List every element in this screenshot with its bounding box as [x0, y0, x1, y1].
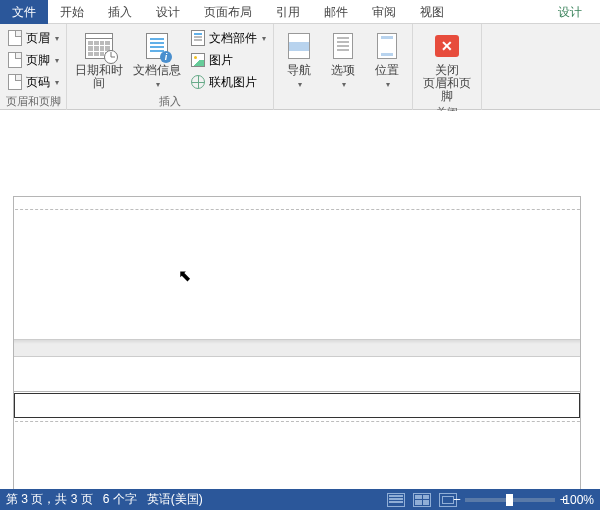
close-header-footer-button[interactable]: ✕ 关闭页眉和页脚	[417, 26, 477, 103]
header-button[interactable]: 页眉▾	[4, 28, 62, 48]
status-bar: 第 3 页，共 3 页 6 个字 英语(美国) 100%	[0, 489, 600, 510]
zoom-level[interactable]: 100%	[563, 493, 594, 507]
tab-home[interactable]: 开始	[48, 0, 96, 24]
header-label: 页眉	[26, 30, 50, 47]
page-icon	[8, 52, 22, 68]
picture-label: 图片	[209, 52, 233, 69]
position-label: 位置	[375, 63, 399, 77]
calendar-clock-icon	[85, 33, 113, 59]
nav-label: 导航	[287, 63, 311, 77]
tab-file[interactable]: 文件	[0, 0, 48, 24]
pagenum-label: 页码	[26, 74, 50, 91]
page-bottom	[0, 196, 600, 356]
chevron-down-icon: ▾	[156, 80, 160, 89]
footer-button[interactable]: 页脚▾	[4, 50, 62, 70]
group-header-footer: 页眉▾ 页脚▾ 页码▾ 页眉和页脚	[0, 24, 67, 110]
close-icon: ✕	[435, 35, 459, 57]
tab-design[interactable]: 设计	[144, 0, 192, 24]
doc-info-label: 文档信息	[133, 63, 181, 77]
doc-parts-button[interactable]: 文档部件▾	[187, 28, 269, 48]
position-button[interactable]: 位置▾	[366, 26, 408, 93]
document-canvas[interactable]: ⬉	[0, 111, 600, 489]
group-label	[278, 93, 408, 110]
right-margin	[580, 196, 600, 489]
status-language[interactable]: 英语(美国)	[147, 491, 203, 508]
group-label: 插入	[71, 92, 269, 112]
date-time-label: 日期和时间	[73, 64, 125, 90]
position-icon	[377, 33, 397, 59]
footer-boundary-dash	[0, 209, 600, 210]
navigation-button[interactable]: 导航▾	[278, 26, 320, 93]
tab-insert[interactable]: 插入	[96, 0, 144, 24]
chevron-down-icon: ▾	[298, 80, 302, 89]
group-label: 页眉和页脚	[4, 92, 62, 112]
tab-view[interactable]: 视图	[408, 0, 456, 24]
chevron-down-icon: ▾	[55, 78, 59, 87]
mouse-cursor-icon: ⬉	[178, 266, 191, 285]
doc-info-button[interactable]: i 文档信息▾	[129, 26, 185, 92]
picture-icon	[191, 53, 205, 67]
page-icon	[8, 74, 22, 90]
online-picture-label: 联机图片	[209, 74, 257, 91]
tab-mailings[interactable]: 邮件	[312, 0, 360, 24]
status-word-count[interactable]: 6 个字	[103, 491, 137, 508]
options-label: 选项	[331, 63, 355, 77]
status-page[interactable]: 第 3 页，共 3 页	[6, 491, 93, 508]
group-insert: 日期和时间 i 文档信息▾ 文档部件▾ 图片 联机图片 插入	[67, 24, 274, 110]
chevron-down-icon: ▾	[262, 34, 266, 43]
chevron-down-icon: ▾	[55, 34, 59, 43]
chevron-down-icon: ▾	[386, 80, 390, 89]
group-close: ✕ 关闭页眉和页脚 关闭	[413, 24, 482, 110]
tab-references[interactable]: 引用	[264, 0, 312, 24]
close-label: 关闭	[435, 63, 459, 77]
online-picture-button[interactable]: 联机图片	[187, 72, 269, 92]
chevron-down-icon: ▾	[342, 80, 346, 89]
header-edit-area[interactable]	[14, 393, 580, 418]
group-nav: 导航▾ 选项▾ 位置▾	[274, 24, 413, 110]
page-icon	[8, 30, 22, 46]
tab-bar: 文件 开始 插入 设计 页面布局 引用 邮件 审阅 视图 设计	[0, 0, 600, 24]
slider-thumb[interactable]	[506, 494, 513, 506]
tab-header-footer-design[interactable]: 设计	[546, 0, 600, 24]
globe-icon	[191, 75, 205, 89]
quick-parts-icon	[191, 30, 205, 46]
page-gap	[0, 339, 600, 357]
print-layout-icon[interactable]	[413, 493, 431, 507]
header-boundary-dash	[0, 421, 600, 422]
tab-layout[interactable]: 页面布局	[192, 0, 264, 24]
options-icon	[333, 33, 353, 59]
doc-parts-label: 文档部件	[209, 30, 257, 47]
tab-review[interactable]: 审阅	[360, 0, 408, 24]
date-time-button[interactable]: 日期和时间	[71, 26, 127, 92]
left-margin	[0, 196, 14, 489]
picture-button[interactable]: 图片	[187, 50, 269, 70]
zoom-slider[interactable]	[465, 498, 555, 502]
page-nav-icon	[288, 33, 310, 59]
ribbon: 页眉▾ 页脚▾ 页码▾ 页眉和页脚 日期和时间 i 文档信息▾ 文档部件▾ 图片…	[0, 24, 600, 110]
page-number-button[interactable]: 页码▾	[4, 72, 62, 92]
footer-label: 页脚	[26, 52, 50, 69]
read-mode-icon[interactable]	[387, 493, 405, 507]
close-sub-label: 页眉和页脚	[423, 76, 471, 103]
chevron-down-icon: ▾	[55, 56, 59, 65]
options-button[interactable]: 选项▾	[322, 26, 364, 93]
document-info-icon: i	[146, 33, 168, 59]
